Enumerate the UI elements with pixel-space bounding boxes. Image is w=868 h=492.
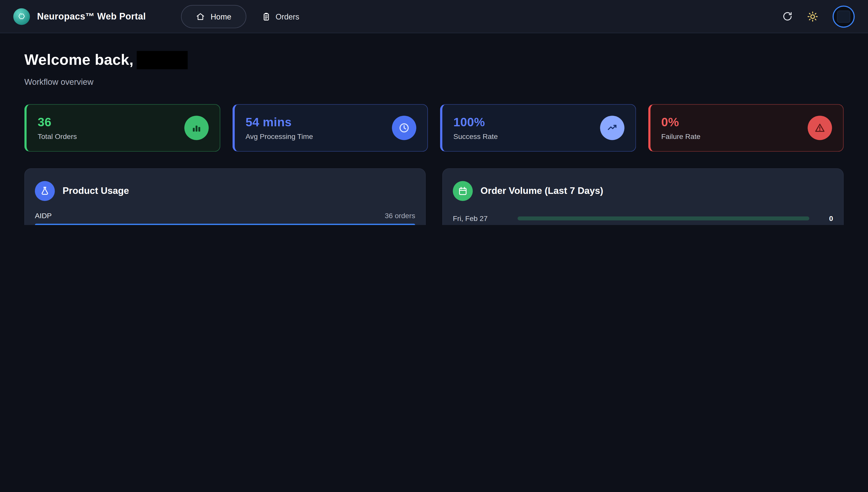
product-usage-bar-fill <box>35 224 415 225</box>
main-content: Welcome back, Workflow overview 36 Total… <box>0 33 868 225</box>
brand: Neuropacs™ Web Portal <box>14 8 146 25</box>
warning-icon <box>808 116 832 140</box>
redacted-username <box>137 51 188 69</box>
day-label: Fri, Feb 27 <box>453 214 511 222</box>
panel-title: Product Usage <box>63 186 129 197</box>
panel-header: Product Usage <box>35 179 415 202</box>
refresh-button[interactable] <box>782 11 793 22</box>
refresh-icon <box>782 11 793 22</box>
stat-value: 100% <box>453 115 498 129</box>
bar-chart-icon <box>184 116 208 140</box>
primary-nav: Home Orders <box>181 5 299 28</box>
stat-value: 0% <box>661 115 700 129</box>
nav-item-home[interactable]: Home <box>181 5 246 28</box>
product-orders: 36 orders <box>385 212 415 220</box>
volume-value: 0 <box>817 214 833 222</box>
panel-header: Order Volume (Last 7 Days) <box>453 179 833 202</box>
order-volume-row: Fri, Feb 27 0 <box>453 211 833 225</box>
page-title: Welcome back, <box>24 51 133 69</box>
order-volume-panel: Order Volume (Last 7 Days) Fri, Feb 27 0… <box>442 168 844 225</box>
stat-text: 0% Failure Rate <box>661 115 700 141</box>
stat-card-success-rate: 100% Success Rate <box>440 104 636 152</box>
avatar-image <box>837 10 850 22</box>
sun-icon <box>807 11 818 22</box>
stat-value: 54 mins <box>246 115 313 129</box>
stat-card-avg-processing-time: 54 mins Avg Processing Time <box>232 104 428 152</box>
stat-label: Avg Processing Time <box>246 132 313 141</box>
user-avatar[interactable] <box>833 5 855 28</box>
product-usage-bar <box>35 224 415 225</box>
page-subtitle: Workflow overview <box>24 77 844 86</box>
home-icon <box>196 12 205 21</box>
stat-card-total-orders: 36 Total Orders <box>24 104 220 152</box>
calendar-icon <box>453 181 473 201</box>
stat-card-failure-rate: 0% Failure Rate <box>648 104 843 152</box>
stat-text: 100% Success Rate <box>453 115 498 141</box>
stat-label: Success Rate <box>453 132 498 141</box>
product-usage-panel: Product Usage AIDP36 orders AIDD36 order… <box>24 168 426 225</box>
clipboard-icon <box>262 12 271 21</box>
stats-row: 36 Total Orders 54 mins Avg Processing T… <box>24 104 844 152</box>
middle-panels: Product Usage AIDP36 orders AIDD36 order… <box>24 168 844 225</box>
product-row: AIDP36 orders <box>35 212 415 225</box>
welcome-row: Welcome back, <box>24 51 844 69</box>
nav-item-orders-label: Orders <box>276 12 299 21</box>
stat-text: 54 mins Avg Processing Time <box>246 115 313 141</box>
app-root: Neuropacs™ Web Portal Home Orders <box>0 0 868 225</box>
stat-label: Failure Rate <box>661 132 700 141</box>
clock-icon <box>392 116 416 140</box>
product-name: AIDP <box>35 212 52 220</box>
nav-item-orders[interactable]: Orders <box>262 12 299 21</box>
theme-toggle-button[interactable] <box>807 11 818 22</box>
trending-up-icon <box>600 116 624 140</box>
stat-value: 36 <box>38 115 77 129</box>
stat-text: 36 Total Orders <box>38 115 77 141</box>
navbar: Neuropacs™ Web Portal Home Orders <box>0 0 868 33</box>
brain-logo-icon <box>14 8 30 25</box>
app-title: Neuropacs™ Web Portal <box>37 11 146 22</box>
volume-bar <box>518 216 809 220</box>
order-volume-list: Fri, Feb 27 0 Sat, Feb 28 0 Sun, Mar 1 0 <box>453 211 833 225</box>
stat-label: Total Orders <box>38 132 77 141</box>
panel-title: Order Volume (Last 7 Days) <box>480 186 603 197</box>
flask-icon <box>35 181 55 201</box>
navbar-actions <box>782 5 855 28</box>
nav-item-home-label: Home <box>210 12 231 21</box>
